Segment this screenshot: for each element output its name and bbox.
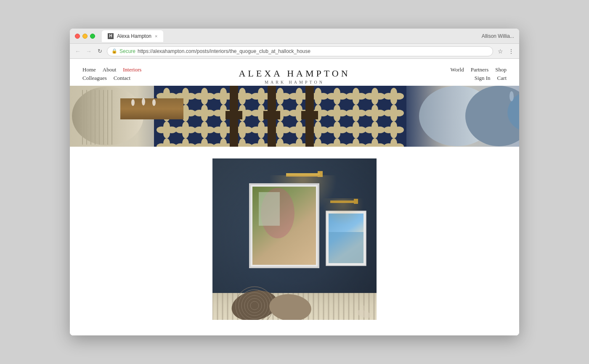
site-navigation: Home About Interiors Colleagues Contact … [70,59,519,86]
forward-button[interactable]: → [85,47,93,55]
nav-about[interactable]: About [103,66,117,73]
bookmark-button[interactable]: ☆ [496,47,504,55]
more-button[interactable]: ⋮ [507,47,515,55]
nav-right-row-2: Sign In Cart [475,75,507,82]
url-bar[interactable]: 🔒 Secure https://alexahampton.com/posts/… [107,46,493,56]
tab-title: Alexa Hampton [117,33,151,39]
nav-cart[interactable]: Cart [497,75,507,82]
nav-contact[interactable]: Contact [114,75,130,82]
nav-signin[interactable]: Sign In [475,75,491,82]
nav-shop[interactable]: Shop [495,66,507,73]
nav-row-1: Home About Interiors [82,66,141,73]
website-content: Home About Interiors Colleagues Contact … [70,59,519,335]
nav-right: World Partners Shop Sign In Cart [450,66,507,82]
back-button[interactable]: ← [74,47,82,55]
nav-right-row-1: World Partners Shop [450,66,507,73]
tab-area: H Alexa Hampton × [102,30,514,42]
nav-world[interactable]: World [450,66,464,73]
browser-window: H Alexa Hampton × Allison Willia... ← → … [70,29,519,335]
hero-canvas [70,86,519,147]
user-area: Allison Willia... [482,33,514,39]
close-button[interactable] [75,34,80,39]
site-logo: ALEXA HAMPTON MARK HAMPTON [239,68,350,84]
url-text: https://alexahampton.com/posts/interiors… [138,48,310,54]
reload-button[interactable]: ↻ [96,47,103,55]
address-bar: ← → ↻ 🔒 Secure https://alexahampton.com/… [70,44,519,59]
second-image-area [70,147,519,335]
second-canvas [212,158,377,320]
traffic-lights [75,34,95,39]
maximize-button[interactable] [90,34,95,39]
lock-icon: 🔒 [111,48,117,54]
title-bar: H Alexa Hampton × Allison Willia... [70,29,519,44]
nav-colleagues[interactable]: Colleagues [82,75,107,82]
browser-tab[interactable]: H Alexa Hampton × [102,30,163,42]
tab-close-button[interactable]: × [155,34,157,39]
hero-image [70,86,519,147]
secure-label: Secure [119,48,135,54]
nav-left: Home About Interiors Colleagues Contact [82,66,141,82]
logo-sub-text: MARK HAMPTON [239,80,350,84]
user-label: Allison Willia... [482,33,514,39]
nav-partners[interactable]: Partners [471,66,489,73]
nav-home[interactable]: Home [82,66,96,73]
logo-main-text: ALEXA HAMPTON [239,68,350,79]
nav-row-2: Colleagues Contact [82,75,141,82]
nav-interiors[interactable]: Interiors [123,66,141,73]
tab-favicon: H [108,33,114,39]
minimize-button[interactable] [82,34,88,39]
